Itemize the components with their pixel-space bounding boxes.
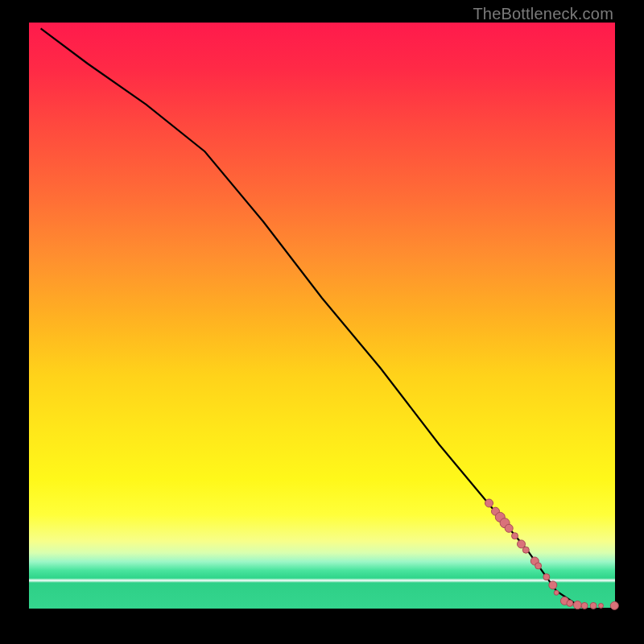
chart-frame: TheBottleneck.com: [0, 0, 644, 644]
scatter-point: [610, 601, 618, 609]
watermark-text: TheBottleneck.com: [473, 5, 613, 23]
scatter-point: [599, 603, 604, 608]
scatter-point: [505, 524, 513, 532]
bottleneck-curve: [41, 28, 615, 609]
scatter-point: [543, 574, 550, 580]
scatter-group: [485, 499, 619, 609]
plot-area: [29, 23, 615, 609]
scatter-point: [554, 590, 559, 595]
chart-overlay: [29, 23, 615, 609]
scatter-point: [535, 563, 542, 569]
scatter-point: [512, 533, 518, 539]
scatter-point: [567, 600, 573, 606]
scatter-point: [590, 602, 597, 609]
scatter-point: [581, 602, 588, 609]
scatter-point: [549, 581, 557, 589]
scatter-point: [573, 601, 581, 609]
scatter-point: [522, 547, 529, 553]
scatter-point: [485, 499, 493, 507]
